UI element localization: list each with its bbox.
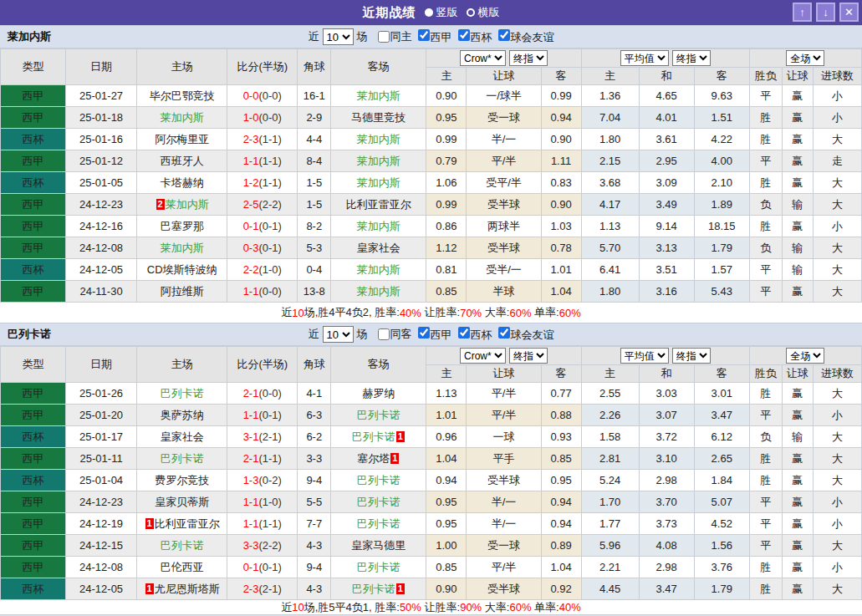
avg-draw-cell: 3.70 bbox=[639, 491, 694, 513]
match-row: 西甲25-01-27毕尔巴鄂竞技0-0(0-0)16-1莱加内斯0.90一/球半… bbox=[1, 85, 862, 107]
handicap-result-cell: 输 bbox=[782, 194, 813, 216]
scope-select[interactable]: 全场 bbox=[786, 50, 824, 66]
league-cell: 西甲 bbox=[1, 216, 66, 237]
league-checkbox[interactable] bbox=[458, 29, 470, 41]
bookmaker-select[interactable]: Crow* bbox=[460, 348, 506, 364]
odds-home-cell: 1.01 bbox=[426, 405, 467, 426]
match-row: 西甲25-01-18莱加内斯1-0(0-0)2-9马德里竞技0.95受一球0.9… bbox=[1, 107, 862, 129]
average-select[interactable]: 平均值 bbox=[620, 50, 669, 66]
corner-cell: 1-5 bbox=[298, 194, 331, 216]
goals-result-cell: 大 bbox=[813, 259, 861, 281]
away-team-name: 巴列卡诺 bbox=[357, 474, 400, 486]
handicap-cell: 平/半 bbox=[467, 383, 541, 405]
layout-radio-vertical[interactable]: 竖版 bbox=[425, 5, 458, 20]
league-checkbox[interactable] bbox=[418, 29, 430, 41]
summary-text: 让胜率: bbox=[421, 600, 460, 615]
scroll-up-button[interactable]: ↑ bbox=[793, 3, 812, 22]
score-cell: 2-2(1-0) bbox=[227, 259, 298, 281]
home-team-cell: 西班牙人 bbox=[137, 150, 227, 172]
handicap-cell: 一球 bbox=[467, 426, 541, 448]
average-time-select[interactable]: 终指 bbox=[672, 50, 711, 66]
odds-away-cell: 0.78 bbox=[541, 237, 581, 259]
league-cell: 西甲 bbox=[1, 491, 66, 513]
away-team-name: 比利亚雷亚尔 bbox=[346, 198, 411, 211]
col-date: 日期 bbox=[66, 49, 137, 85]
same-venue-label: 同主 bbox=[390, 29, 412, 44]
summary-text: 50% bbox=[400, 601, 421, 613]
average-select[interactable]: 平均值 bbox=[620, 348, 669, 364]
bookmaker-select[interactable]: Crow* bbox=[460, 50, 506, 66]
fulltime-score: 2-5 bbox=[243, 198, 259, 211]
odds-home-cell: 0.79 bbox=[426, 150, 467, 172]
team-section: 巴列卡诺 近 10 场 同客 西甲西杯球会友谊 类型 日期 bbox=[0, 323, 862, 614]
match-row: 西杯25-01-16阿尔梅里亚2-3(1-1)4-4莱加内斯0.99半/一0.9… bbox=[1, 129, 862, 150]
radio-selected-icon bbox=[425, 8, 433, 17]
home-team-cell: 阿尔梅里亚 bbox=[137, 129, 227, 150]
away-team-cell: 莱加内斯 bbox=[331, 281, 426, 303]
subcol-avg-draw: 和 bbox=[639, 68, 694, 85]
league-cell: 西甲 bbox=[1, 535, 66, 557]
home-team-cell: 1尤尼恩斯塔斯 bbox=[137, 578, 227, 600]
subcol-odds-home: 主 bbox=[426, 365, 467, 383]
league-checkbox[interactable] bbox=[498, 29, 510, 41]
summary-text: 场,胜5平4负1, 胜率: bbox=[304, 600, 400, 615]
titlebar: 近期战绩 竖版 横版 ↑ ↓ ✕ bbox=[0, 0, 862, 25]
handicap-result-cell: 输 bbox=[782, 237, 813, 259]
home-team-cell: 毕尔巴鄂竞技 bbox=[137, 85, 227, 107]
away-team-cell: 莱加内斯 bbox=[331, 172, 426, 194]
fulltime-score: 0-0 bbox=[243, 89, 259, 102]
date-cell: 25-01-11 bbox=[66, 448, 137, 470]
average-time-select[interactable]: 终指 bbox=[672, 348, 711, 364]
odds-away-cell: 1.04 bbox=[541, 281, 581, 303]
league-checkbox[interactable] bbox=[498, 327, 510, 339]
date-cell: 24-12-08 bbox=[66, 557, 137, 578]
halftime-score: (0-0) bbox=[258, 387, 281, 400]
match-row: 西甲24-12-191比利亚雷亚尔1-1(1-1)7-7巴列卡诺0.95半/一0… bbox=[1, 513, 862, 535]
halftime-score: (1-0) bbox=[258, 263, 281, 276]
match-count-select[interactable]: 10 bbox=[323, 28, 354, 45]
goals-result-cell: 大 bbox=[813, 578, 861, 600]
matches-label: 场 bbox=[357, 327, 368, 342]
matches-label: 场 bbox=[357, 29, 368, 44]
scope-select[interactable]: 全场 bbox=[786, 348, 824, 364]
handicap-result-cell: 赢 bbox=[782, 107, 813, 129]
col-type: 类型 bbox=[1, 347, 66, 383]
result-cell: 负 bbox=[749, 426, 782, 448]
league-checkbox[interactable] bbox=[418, 327, 430, 339]
summary-text: 大率: bbox=[482, 305, 509, 320]
odds-away-cell: 0.95 bbox=[541, 470, 581, 491]
date-cell: 24-12-16 bbox=[66, 216, 137, 237]
odds-time-select[interactable]: 终指 bbox=[509, 50, 548, 66]
date-cell: 25-01-05 bbox=[66, 172, 137, 194]
odds-time-select[interactable]: 终指 bbox=[509, 348, 548, 364]
match-row: 西甲24-12-15巴列卡诺3-3(2-2)4-3皇家马德里1.00受一球0.8… bbox=[1, 535, 862, 557]
league-checkbox[interactable] bbox=[458, 327, 470, 339]
close-button[interactable]: ✕ bbox=[839, 3, 859, 22]
odds-away-cell: 0.89 bbox=[541, 535, 581, 557]
home-team-cell: 巴列卡诺 bbox=[137, 383, 227, 405]
avg-home-cell: 4.45 bbox=[581, 578, 639, 600]
league-cell: 西甲 bbox=[1, 237, 66, 259]
arrow-up-icon: ↑ bbox=[799, 7, 805, 18]
layout-radio-horizontal[interactable]: 横版 bbox=[467, 5, 500, 20]
odds-home-cell: 0.99 bbox=[426, 129, 467, 150]
scroll-down-button[interactable]: ↓ bbox=[816, 3, 835, 22]
score-cell: 1-1(0-1) bbox=[227, 405, 298, 426]
near-label: 近 bbox=[309, 327, 319, 342]
same-venue-checkbox[interactable] bbox=[378, 31, 390, 43]
subcol-avg-away: 客 bbox=[694, 365, 749, 383]
same-venue-checkbox[interactable] bbox=[378, 328, 390, 340]
corner-cell: 8-2 bbox=[298, 216, 331, 237]
fulltime-score: 0-1 bbox=[243, 220, 259, 232]
date-cell: 24-12-19 bbox=[66, 513, 137, 535]
match-count-select[interactable]: 10 bbox=[323, 326, 354, 343]
odds-away-cell: 1.11 bbox=[541, 150, 581, 172]
odds-home-cell: 1.12 bbox=[426, 237, 467, 259]
league-checkbox-label: 西甲 bbox=[431, 31, 452, 43]
result-cell: 负 bbox=[749, 194, 782, 216]
recent-results-window: 近期战绩 竖版 横版 ↑ ↓ ✕ 莱加内斯 近 10 场 同主 bbox=[0, 0, 862, 616]
avg-draw-cell: 3.47 bbox=[639, 578, 694, 600]
goals-result-cell: 大 bbox=[813, 194, 861, 216]
fulltime-score: 2-3 bbox=[243, 583, 259, 595]
handicap-cell: 一/球半 bbox=[467, 85, 541, 107]
